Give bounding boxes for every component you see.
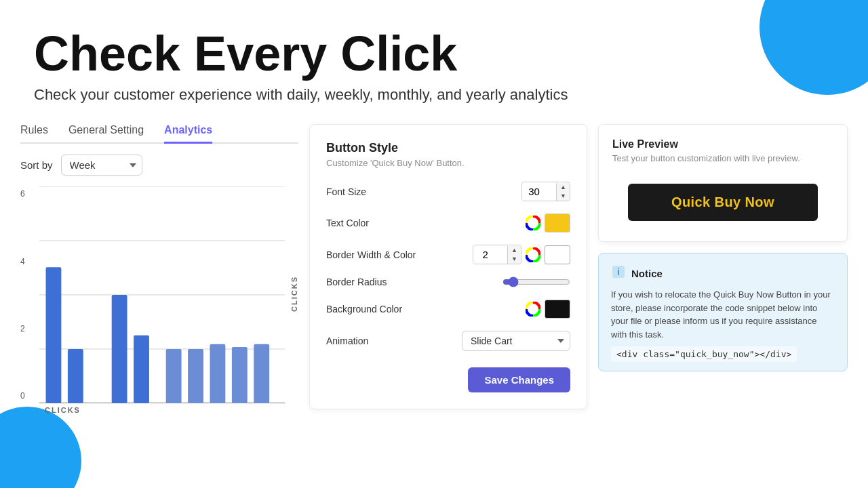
- y-axis-label-vertical: CLICKS: [290, 276, 298, 312]
- page-subtitle: Check your customer experience with dail…: [34, 86, 834, 104]
- svg-rect-13: [254, 344, 269, 403]
- page-title: Check Every Click: [34, 27, 834, 81]
- svg-rect-9: [166, 349, 182, 403]
- text-color-label: Text Color: [326, 218, 369, 228]
- bg-color-wheel-icon[interactable]: [526, 302, 540, 317]
- bg-color-swatch[interactable]: [545, 300, 570, 319]
- bg-color-row: Background Color: [326, 300, 570, 319]
- left-panel: Rules General Setting Analytics Sort by …: [20, 124, 298, 417]
- font-size-up[interactable]: ▲: [557, 183, 570, 192]
- border-radius-row: Border Radius: [326, 277, 570, 287]
- tab-analytics[interactable]: Analytics: [164, 124, 212, 144]
- save-changes-button[interactable]: Save Changes: [468, 367, 570, 392]
- chart-container: [39, 186, 285, 403]
- notice-header: i Notice: [611, 264, 835, 283]
- notice-icon: i: [611, 264, 626, 283]
- font-size-down[interactable]: ▼: [557, 192, 570, 201]
- svg-rect-5: [46, 267, 62, 403]
- text-color-control: [526, 214, 570, 232]
- animation-control: None Slide Cart Bounce Fade: [462, 331, 570, 351]
- animation-row: Animation None Slide Cart Bounce Fade: [326, 331, 570, 351]
- live-preview-title: Live Preview: [612, 138, 833, 150]
- svg-rect-12: [232, 347, 248, 403]
- color-wheel-icon[interactable]: [526, 216, 540, 230]
- svg-rect-7: [112, 295, 127, 403]
- button-style-panel: Button Style Customize 'Quick Buy Now' B…: [309, 124, 587, 409]
- y-tick-2: 2: [20, 324, 33, 333]
- quick-buy-now-button[interactable]: Quick Buy Now: [628, 184, 818, 221]
- border-down[interactable]: ▼: [508, 255, 521, 264]
- tabs: Rules General Setting Analytics: [20, 124, 298, 144]
- svg-rect-10: [188, 349, 203, 403]
- font-size-spinners: ▲ ▼: [556, 183, 570, 201]
- bg-color-label: Background Color: [326, 304, 402, 314]
- sort-row: Sort by Day Week Month Year: [20, 155, 298, 176]
- border-color-wheel-icon[interactable]: [526, 247, 540, 262]
- font-size-row: Font Size ▲ ▼: [326, 182, 570, 201]
- border-radius-label: Border Radius: [326, 277, 387, 287]
- sort-label: Sort by: [20, 159, 53, 171]
- notice-title: Notice: [631, 268, 663, 279]
- border-input-wrap: ▲ ▼: [473, 245, 521, 264]
- live-preview-subtitle: Test your button customization with live…: [612, 153, 833, 163]
- animation-label: Animation: [326, 336, 368, 346]
- save-btn-row: Save Changes: [326, 367, 570, 392]
- svg-text:i: i: [617, 266, 620, 277]
- text-color-swatch[interactable]: [545, 214, 570, 232]
- border-radius-slider[interactable]: [502, 277, 570, 287]
- notice-text: If you wish to relocate the Quick Buy No…: [611, 288, 835, 341]
- main-content: Rules General Setting Analytics Sort by …: [0, 124, 868, 417]
- tab-general-setting[interactable]: General Setting: [68, 124, 144, 144]
- border-control: ▲ ▼: [473, 245, 570, 264]
- font-size-input-wrap: ▲ ▼: [521, 182, 570, 201]
- header: Check Every Click Check your customer ex…: [0, 0, 868, 117]
- y-tick-6: 6: [20, 189, 33, 199]
- y-tick-0: 0: [20, 391, 33, 401]
- text-color-row: Text Color: [326, 214, 570, 232]
- border-spinners: ▲ ▼: [507, 246, 521, 264]
- chart-svg: [39, 186, 285, 403]
- border-up[interactable]: ▲: [508, 246, 521, 255]
- border-color-swatch[interactable]: [545, 245, 570, 264]
- border-width-input[interactable]: [473, 245, 507, 264]
- border-row: Border Width & Color ▲ ▼: [326, 245, 570, 264]
- svg-rect-8: [134, 336, 149, 403]
- right-panel: Live Preview Test your button customizat…: [598, 124, 848, 417]
- font-size-input[interactable]: [522, 182, 556, 201]
- panel-title: Button Style: [326, 141, 570, 155]
- preview-btn-wrap: Quick Buy Now: [612, 177, 833, 228]
- y-axis-label: CLICKS: [45, 406, 81, 414]
- live-preview-panel: Live Preview Test your button customizat…: [598, 124, 848, 242]
- border-radius-control: [502, 277, 570, 287]
- panel-subtitle: Customize 'Quick Buy Now' Button.: [326, 158, 570, 168]
- bg-color-control: [526, 300, 570, 319]
- font-size-control: ▲ ▼: [521, 182, 570, 201]
- svg-rect-6: [68, 349, 83, 403]
- border-label: Border Width & Color: [326, 249, 416, 260]
- animation-select[interactable]: None Slide Cart Bounce Fade: [462, 331, 570, 351]
- tab-rules[interactable]: Rules: [20, 124, 48, 144]
- font-size-label: Font Size: [326, 186, 366, 197]
- notice-code: <div class="quick_buy_now"></div>: [611, 346, 797, 362]
- decorative-circle-bottom: [0, 407, 81, 488]
- sort-select[interactable]: Day Week Month Year: [61, 155, 142, 176]
- notice-panel: i Notice If you wish to relocate the Qui…: [598, 253, 848, 371]
- y-tick-4: 4: [20, 257, 33, 266]
- svg-rect-11: [210, 344, 225, 403]
